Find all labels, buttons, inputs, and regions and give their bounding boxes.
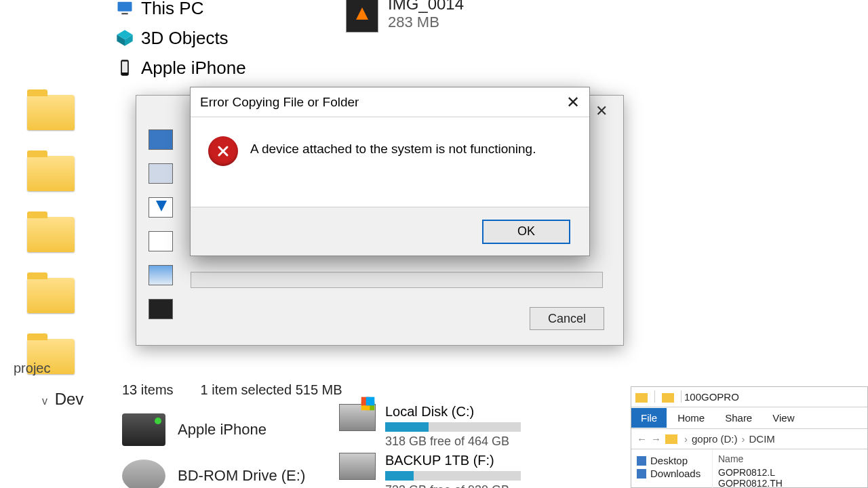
- chevron-down-icon: v: [42, 395, 47, 407]
- folder-icon[interactable]: [27, 95, 75, 130]
- dialog-title: Error Copying File or Folder: [200, 95, 359, 110]
- column-header-name[interactable]: Name: [718, 453, 862, 464]
- music-icon: [149, 231, 173, 251]
- svg-rect-1: [121, 13, 127, 14]
- hard-drive-icon: [339, 404, 376, 431]
- chevron-right-icon: ›: [684, 433, 688, 445]
- drive-free: 733 GB free of 930 GB: [385, 483, 521, 488]
- nav-fwd-icon[interactable]: →: [651, 433, 661, 445]
- sidebar-item-desktop[interactable]: Desktop: [637, 455, 707, 466]
- file-size: 283 MB: [388, 14, 464, 31]
- sidebar-item-downloads[interactable]: Downloads: [637, 468, 707, 479]
- capacity-bar: [385, 471, 521, 481]
- nav-label: Apple iPhone: [141, 53, 246, 83]
- videos-icon: [149, 299, 173, 319]
- status-item-count: 13 items: [122, 382, 174, 398]
- capacity-bar: [385, 422, 521, 432]
- nav-tree: This PC 3D Objects Apple iPhone: [115, 0, 319, 83]
- ribbon-tab-view[interactable]: View: [763, 408, 804, 428]
- breadcrumb[interactable]: ← → › gopro (D:) › DCIM: [631, 429, 867, 449]
- nav-item-apple-iphone[interactable]: Apple iPhone: [115, 53, 319, 83]
- status-bar: 13 items 1 item selected 515 MB: [122, 382, 342, 398]
- drive-name: BACKUP 1TB (F:): [385, 453, 521, 468]
- ribbon-tab-file[interactable]: File: [631, 408, 667, 428]
- drive-name: Local Disk (C:): [385, 404, 521, 420]
- progress-bar: [191, 272, 603, 288]
- secondary-explorer-window: 100GOPRO File Home Share View ← → › gopr…: [631, 386, 868, 488]
- drive-local-c[interactable]: Local Disk (C:) 318 GB free of 464 GB: [339, 404, 521, 449]
- folder-icon[interactable]: [27, 156, 75, 191]
- ribbon: File Home Share View: [631, 407, 867, 429]
- copy-source-icons: [149, 129, 173, 319]
- ribbon-tab-share[interactable]: Share: [715, 408, 762, 428]
- close-button[interactable]: ✕: [553, 93, 580, 112]
- downloads-icon: [637, 469, 646, 479]
- nav-back-icon[interactable]: ←: [637, 433, 647, 445]
- folder-icon: [662, 393, 674, 403]
- window-title: 100GOPRO: [684, 391, 739, 403]
- error-message: A device attached to the system is not f…: [250, 136, 536, 157]
- folder-icon[interactable]: [27, 278, 75, 313]
- download-arrow-icon: [149, 197, 173, 218]
- list-item[interactable]: GOPR0812.TH: [718, 478, 862, 488]
- file-listing: Name GOPR0812.L GOPR0812.TH: [713, 449, 867, 488]
- desktop-icon: [637, 456, 646, 466]
- drive-free: 318 GB free of 464 GB: [385, 434, 521, 449]
- crumb-drive[interactable]: gopro (D:): [692, 433, 738, 445]
- folder-label: projec: [14, 361, 50, 376]
- this-pc-icon: [115, 0, 134, 18]
- dialog-titlebar: Error Copying File or Folder ✕: [191, 87, 589, 117]
- ok-button[interactable]: OK: [482, 220, 570, 244]
- 3d-objects-icon: [115, 28, 134, 47]
- cancel-button[interactable]: Cancel: [530, 307, 604, 330]
- svg-rect-0: [118, 2, 132, 12]
- crumb-folder[interactable]: DCIM: [749, 433, 775, 445]
- file-item-video[interactable]: IMG_0014 283 MB: [346, 0, 464, 33]
- svg-rect-6: [122, 62, 127, 73]
- chevron-right-icon: ›: [742, 433, 745, 445]
- monitor-icon: [149, 129, 173, 150]
- folder-icon: [635, 393, 648, 403]
- nav-up-icon[interactable]: [665, 434, 677, 444]
- iphone-icon: [115, 58, 134, 77]
- phone-device-icon: [122, 413, 165, 446]
- ribbon-tab-home[interactable]: Home: [668, 408, 714, 428]
- hard-drive-icon: [339, 453, 376, 480]
- device-label: Apple iPhone: [178, 421, 267, 439]
- video-thumbnail-icon: [346, 0, 378, 33]
- quick-access: Desktop Downloads: [631, 449, 713, 488]
- nav-item-3d-objects[interactable]: 3D Objects: [115, 23, 319, 53]
- folder-icon[interactable]: [27, 217, 75, 252]
- nav-label: This PC: [141, 0, 203, 23]
- status-selected: 1 item selected 515 MB: [201, 382, 342, 398]
- file-name: IMG_0014: [388, 0, 464, 14]
- error-dialog: Error Copying File or Folder ✕ A device …: [190, 87, 590, 256]
- pictures-icon: [149, 265, 173, 285]
- nav-section-devices[interactable]: v Dev: [42, 390, 83, 409]
- drive-backup-f[interactable]: BACKUP 1TB (F:) 733 GB free of 930 GB: [339, 453, 521, 488]
- error-icon: [208, 136, 238, 166]
- optical-drive-icon: [122, 460, 165, 488]
- nav-item-this-pc[interactable]: This PC: [115, 0, 319, 23]
- close-button[interactable]: ✕: [588, 102, 615, 120]
- list-item[interactable]: GOPR0812.L: [718, 467, 862, 478]
- desktop-folders: [0, 95, 108, 374]
- device-label: BD-ROM Drive (E:): [178, 467, 305, 485]
- nav-label: 3D Objects: [141, 23, 229, 53]
- document-icon: [149, 163, 173, 184]
